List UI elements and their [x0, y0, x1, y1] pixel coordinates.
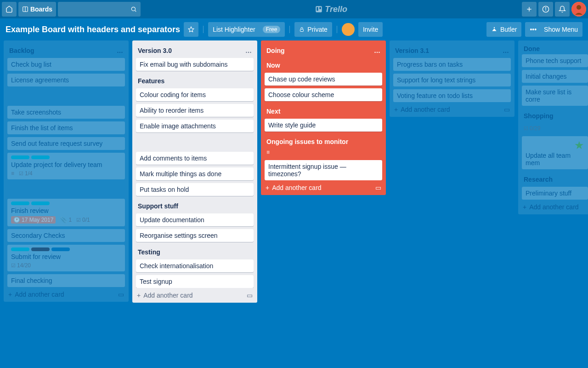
plus-icon: +: [523, 203, 526, 211]
svg-rect-4: [316, 6, 322, 12]
checklist-badge: 0/1: [76, 217, 90, 223]
butler-button[interactable]: Butler: [486, 22, 522, 37]
plus-icon: +: [137, 292, 141, 299]
card[interactable]: Phone tech support: [522, 54, 588, 67]
card[interactable]: Check bug list: [7, 58, 125, 71]
topbar-right: [522, 2, 586, 17]
label: [31, 247, 50, 251]
info-button[interactable]: [538, 2, 553, 17]
checklist-badge: 0/29: [524, 125, 540, 132]
card[interactable]: Update documentation: [136, 213, 254, 226]
date-badge: 🕐 17 May 2017: [11, 216, 56, 224]
section-header: Research: [522, 172, 588, 184]
svg-rect-5: [317, 7, 318, 11]
card[interactable]: Progress bars on tasks: [393, 58, 511, 71]
card[interactable]: Secondary Checks: [7, 229, 125, 242]
card[interactable]: Finish the list of items: [7, 121, 125, 134]
trello-logo[interactable]: Trello: [315, 5, 347, 14]
list-title[interactable]: Version 3.0: [138, 47, 172, 54]
add-card-button[interactable]: +Add another card▭: [4, 287, 129, 302]
svg-point-13: [577, 5, 581, 10]
section-header: Next: [265, 104, 382, 116]
section-header: Now: [265, 58, 382, 70]
label-teal: [11, 201, 29, 205]
card[interactable]: Send out feature request survey: [7, 137, 125, 150]
topbar-center: Trello: [142, 5, 520, 14]
card[interactable]: Put tasks on hold: [136, 183, 254, 196]
privacy-button[interactable]: Private: [294, 22, 332, 37]
add-card-button[interactable]: +Add another card▭: [390, 102, 514, 117]
star-button[interactable]: [184, 22, 198, 37]
card[interactable]: Intermittent signup issue — timezones?: [265, 160, 382, 180]
section-header: Support stuff: [136, 199, 254, 211]
list-menu-icon[interactable]: …: [372, 45, 382, 56]
card[interactable]: Support for long text strings: [393, 74, 511, 86]
plus-icon: +: [8, 291, 12, 298]
card[interactable]: Initial changes: [522, 70, 588, 83]
svg-point-11: [545, 8, 546, 8]
card[interactable]: Chase up code reviews: [265, 73, 382, 86]
card[interactable]: Finish review 🕐 17 May 2017📎10/1: [7, 199, 125, 226]
add-card-button[interactable]: +Add another card: [518, 200, 588, 214]
list-highlighter-button[interactable]: List Highlighter Free: [208, 22, 285, 37]
user-avatar[interactable]: [571, 2, 586, 17]
template-icon[interactable]: ▭: [375, 184, 381, 191]
search-input[interactable]: [58, 2, 141, 17]
svg-rect-6: [320, 7, 321, 9]
separator: [289, 26, 290, 33]
add-card-button[interactable]: +Add another card▭: [132, 288, 257, 303]
dots-icon: •••: [530, 26, 537, 33]
card[interactable]: Add comments to items: [136, 152, 254, 165]
card[interactable]: Voting feature on todo lists: [393, 89, 511, 102]
card[interactable]: License agreements: [7, 74, 125, 86]
list-menu-icon[interactable]: …: [115, 45, 125, 56]
description-icon: ≡: [11, 170, 14, 177]
card[interactable]: Final checking: [7, 274, 125, 287]
card[interactable]: Ability to reorder items: [136, 104, 254, 117]
list-title[interactable]: Backlog: [9, 47, 34, 54]
plus-icon: +: [266, 184, 269, 191]
card[interactable]: Enable image attachments: [136, 120, 254, 132]
list-version-3: Version 3.0… Fix email bug with subdomai…: [132, 40, 257, 303]
section-header: Testing: [136, 245, 254, 257]
template-icon[interactable]: ▭: [118, 291, 124, 298]
card[interactable]: Submit for review 14/20: [7, 245, 125, 271]
separator: [203, 26, 204, 33]
card[interactable]: ★Update all team mem: [522, 136, 588, 169]
card[interactable]: Colour coding for items: [136, 88, 254, 101]
card[interactable]: Reorganise settings screen: [136, 229, 254, 242]
card[interactable]: Choose colour scheme: [265, 88, 382, 101]
card[interactable]: Preliminary stuff: [522, 187, 588, 200]
notifications-button[interactable]: [555, 2, 570, 17]
card[interactable]: Write style guide: [265, 119, 382, 132]
topbar: Boards Trello: [0, 0, 588, 18]
create-button[interactable]: [522, 2, 537, 17]
card[interactable]: Mark multiple things as done: [136, 167, 254, 180]
board-title[interactable]: Example Board with headers and separator…: [6, 25, 180, 34]
section-header: Shopping: [522, 109, 588, 121]
list-title[interactable]: Version 3.1: [395, 47, 429, 54]
card[interactable]: Update project for delivery team ≡1/4: [7, 153, 125, 179]
invite-button[interactable]: Invite: [358, 22, 383, 37]
attachment-badge: 📎1: [60, 217, 72, 223]
card[interactable]: Fix email bug with subdomains: [136, 58, 254, 71]
card[interactable]: Make sure list is corre: [522, 86, 588, 106]
template-icon[interactable]: ▭: [504, 106, 510, 113]
list-menu-icon[interactable]: …: [243, 45, 254, 56]
member-avatar[interactable]: [342, 23, 355, 36]
add-card-button[interactable]: +Add another card▭: [261, 180, 386, 195]
card[interactable]: Take screenshots: [7, 106, 125, 119]
boards-button[interactable]: Boards: [18, 2, 56, 17]
home-button[interactable]: [2, 2, 17, 17]
list-doing: Doing… Now Chase up code reviews Choose …: [261, 40, 386, 195]
card[interactable]: Test signup: [136, 275, 254, 288]
template-icon[interactable]: ▭: [247, 292, 253, 299]
svg-rect-15: [300, 29, 304, 32]
separator: [337, 26, 337, 33]
show-menu-button[interactable]: ••• Show Menu: [525, 22, 582, 37]
list-title[interactable]: Doing: [266, 47, 285, 54]
list-menu-icon[interactable]: …: [501, 45, 511, 56]
card[interactable]: Check internationalisation: [136, 259, 254, 272]
boards-label: Boards: [30, 6, 52, 13]
list-title[interactable]: Done: [524, 45, 540, 52]
